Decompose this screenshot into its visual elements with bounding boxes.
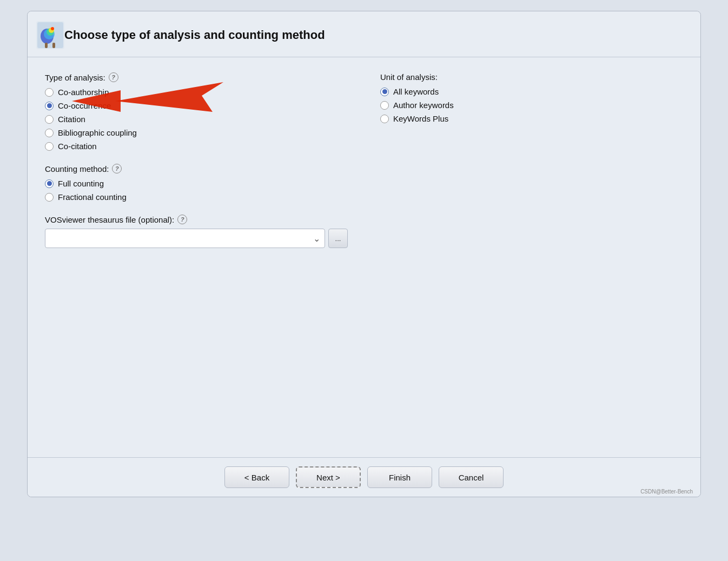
dialog-header: Choose type of analysis and counting met…	[28, 11, 700, 57]
radio-circle-co-citation	[45, 142, 54, 151]
radio-keywords-plus[interactable]: KeyWords Plus	[380, 114, 683, 123]
cancel-button[interactable]: Cancel	[439, 466, 504, 488]
thesaurus-section: VOSviewer thesaurus file (optional): ? ⌄…	[45, 215, 348, 248]
radio-circle-all-keywords	[380, 88, 389, 96]
thesaurus-label: VOSviewer thesaurus file (optional): ?	[45, 215, 348, 224]
radio-bibliographic-coupling[interactable]: Bibliographic coupling	[45, 128, 348, 137]
dialog-content: Type of analysis: ? Co-authorship Co-occ…	[28, 57, 700, 457]
svg-point-6	[51, 27, 54, 30]
type-of-analysis-help-icon[interactable]: ?	[109, 72, 118, 82]
type-of-analysis-group: Co-authorship Co-occurrence	[45, 88, 348, 151]
left-column: Type of analysis: ? Co-authorship Co-occ…	[45, 72, 369, 248]
counting-method-help-icon[interactable]: ?	[112, 164, 122, 173]
thesaurus-row: ⌄ ...	[45, 229, 348, 248]
radio-citation[interactable]: Citation	[45, 115, 348, 124]
app-logo	[36, 21, 64, 49]
counting-method-label: Counting method: ?	[45, 164, 348, 173]
radio-circle-citation	[45, 115, 54, 124]
thesaurus-help-icon[interactable]: ?	[177, 215, 187, 224]
radio-circle-keywords-plus	[380, 115, 389, 123]
radio-co-authorship[interactable]: Co-authorship	[45, 88, 348, 97]
unit-of-analysis-group: All keywords Author keywords KeyWords Pl…	[380, 87, 683, 123]
two-column-layout: Type of analysis: ? Co-authorship Co-occ…	[45, 72, 683, 248]
counting-method-group: Full counting Fractional counting	[45, 179, 348, 202]
dialog-footer: < Back Next > Finish Cancel CSDN@Better-…	[28, 457, 700, 497]
radio-circle-co-occurrence	[45, 102, 54, 110]
radio-co-citation[interactable]: Co-citation	[45, 142, 348, 151]
thesaurus-browse-button[interactable]: ...	[328, 229, 348, 248]
radio-circle-fractional-counting	[45, 193, 54, 202]
thesaurus-dropdown[interactable]: ⌄	[45, 229, 325, 248]
radio-circle-full-counting	[45, 179, 54, 188]
svg-rect-8	[52, 43, 55, 48]
radio-fractional-counting[interactable]: Fractional counting	[45, 192, 348, 202]
unit-of-analysis-label: Unit of analysis:	[380, 72, 683, 82]
radio-circle-co-authorship	[45, 88, 54, 97]
main-dialog: Choose type of analysis and counting met…	[27, 11, 701, 497]
radio-circle-bibliographic-coupling	[45, 129, 54, 137]
radio-co-occurrence[interactable]: Co-occurrence	[45, 101, 348, 110]
svg-rect-7	[45, 43, 48, 48]
back-button[interactable]: < Back	[224, 466, 289, 488]
dropdown-arrow-icon: ⌄	[313, 233, 320, 244]
radio-author-keywords[interactable]: Author keywords	[380, 101, 683, 110]
right-column: Unit of analysis: All keywords Author ke…	[369, 72, 683, 248]
watermark: CSDN@Better-Bench	[640, 489, 693, 495]
radio-full-counting[interactable]: Full counting	[45, 179, 348, 188]
finish-button[interactable]: Finish	[367, 466, 432, 488]
dialog-title: Choose type of analysis and counting met…	[64, 28, 325, 42]
radio-circle-author-keywords	[380, 101, 389, 110]
type-of-analysis-label: Type of analysis: ?	[45, 72, 348, 82]
next-button[interactable]: Next >	[296, 466, 361, 488]
radio-all-keywords[interactable]: All keywords	[380, 87, 683, 96]
